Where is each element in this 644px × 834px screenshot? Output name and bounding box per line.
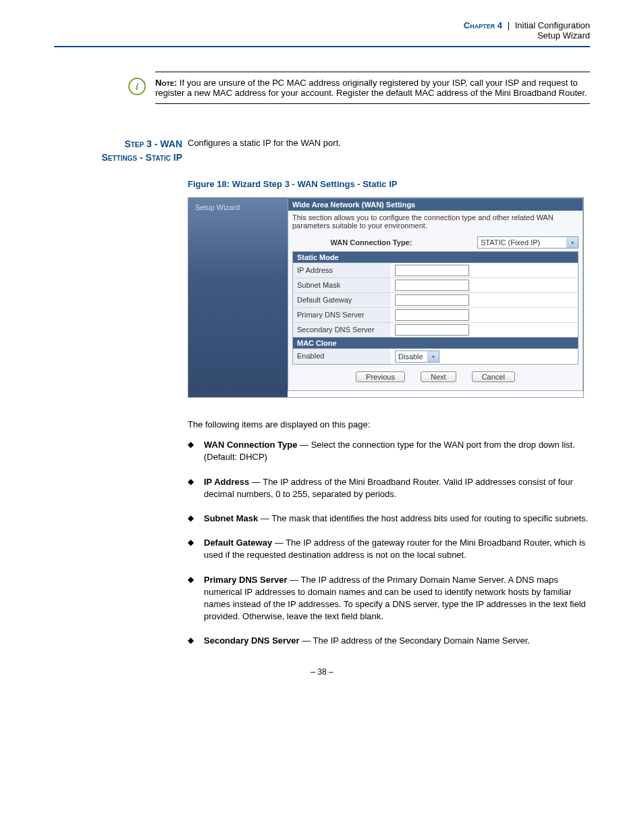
item-title: IP Address <box>204 477 249 487</box>
info-icon: i <box>128 78 146 95</box>
mac-enabled-select[interactable]: Disable ▾ <box>395 350 439 363</box>
item-title: Primary DNS Server <box>204 575 288 585</box>
wan-conn-type-select[interactable]: STATIC (Fixed IP) ▾ <box>477 236 579 249</box>
step-title-line1: Step 3 - WAN <box>124 138 182 149</box>
wan-panel-title: Wide Area Network (WAN) Settings <box>288 198 583 211</box>
item-title: WAN Connection Type <box>204 440 297 450</box>
item-text: — The mask that identifies the host addr… <box>258 513 588 523</box>
note-block: i Note: If you are unsure of the PC MAC … <box>155 72 590 104</box>
item-title: Secondary DNS Server <box>204 635 300 646</box>
list-item: Default Gateway — The IP address of the … <box>188 537 590 561</box>
list-item: Subnet Mask — The mask that identifies t… <box>188 513 590 525</box>
step-description: Configures a static IP for the WAN port. <box>188 138 590 148</box>
note-text: If you are unsure of the PC MAC address … <box>155 78 587 98</box>
secondary-dns-input[interactable] <box>395 324 469 336</box>
list-item: IP Address — The IP address of the Mini … <box>188 476 590 500</box>
chapter-label: Chapter 4 <box>464 20 502 30</box>
wan-conn-type-value: STATIC (Fixed IP) <box>478 238 566 246</box>
previous-button[interactable]: Previous <box>356 371 405 382</box>
mac-clone-table: MAC Clone Enabled Disable ▾ <box>292 338 579 365</box>
items-intro: The following items are displayed on thi… <box>188 419 590 429</box>
item-title: Subnet Mask <box>204 513 258 523</box>
chevron-down-icon: ▾ <box>427 351 439 362</box>
header-section: Initial Configuration <box>515 20 590 30</box>
default-gateway-input[interactable] <box>395 294 469 306</box>
wan-conn-type-label: WAN Connection Type: <box>292 238 477 246</box>
subnet-mask-label: Subnet Mask <box>293 278 391 292</box>
step-side-title: Step 3 - WAN Settings - Static IP <box>54 138 188 164</box>
figure-caption: Figure 18: Wizard Step 3 - WAN Settings … <box>188 179 590 189</box>
note-label: Note: <box>155 78 177 88</box>
list-item: WAN Connection Type — Select the connect… <box>188 439 590 463</box>
page-header: Chapter 4 | Initial Configuration Setup … <box>54 20 590 47</box>
header-divider: | <box>508 20 510 30</box>
mac-enabled-label: Enabled <box>293 349 391 364</box>
item-text: — The IP address of the Mini Broadband R… <box>204 477 573 499</box>
wan-panel-desc: This section allows you to configure the… <box>292 213 579 230</box>
wizard-screenshot: Setup Wizard Wide Area Network (WAN) Set… <box>188 197 584 398</box>
mac-enabled-value: Disable <box>396 353 427 361</box>
ip-address-label: IP Address <box>293 263 391 278</box>
ui-main: Wide Area Network (WAN) Settings This se… <box>288 198 583 397</box>
primary-dns-input[interactable] <box>395 309 469 321</box>
ui-sidebar: Setup Wizard <box>188 198 288 397</box>
ip-address-input[interactable] <box>395 265 469 276</box>
secondary-dns-label: Secondary DNS Server <box>293 323 391 337</box>
list-item: Secondary DNS Server — The IP address of… <box>188 635 590 647</box>
list-item: Primary DNS Server — The IP address of t… <box>188 574 590 623</box>
static-mode-table: Static Mode IP Address Subnet Mask Defau… <box>292 251 579 338</box>
cancel-button[interactable]: Cancel <box>472 371 515 382</box>
header-subsection: Setup Wizard <box>54 30 590 41</box>
primary-dns-label: Primary DNS Server <box>293 308 391 322</box>
next-button[interactable]: Next <box>421 371 456 382</box>
sidebar-item-setup-wizard[interactable]: Setup Wizard <box>195 203 281 211</box>
item-text: — The IP address of the Secondary Domain… <box>300 635 530 646</box>
item-list: WAN Connection Type — Select the connect… <box>188 439 590 647</box>
chevron-down-icon: ▾ <box>566 237 578 248</box>
item-title: Default Gateway <box>204 538 272 548</box>
default-gateway-label: Default Gateway <box>293 293 391 307</box>
subnet-mask-input[interactable] <box>395 280 469 291</box>
step-title-line2: Settings - Static IP <box>101 152 182 163</box>
page-number: – 38 – <box>54 667 590 677</box>
static-mode-header: Static Mode <box>293 252 578 263</box>
mac-clone-header: MAC Clone <box>293 338 578 348</box>
